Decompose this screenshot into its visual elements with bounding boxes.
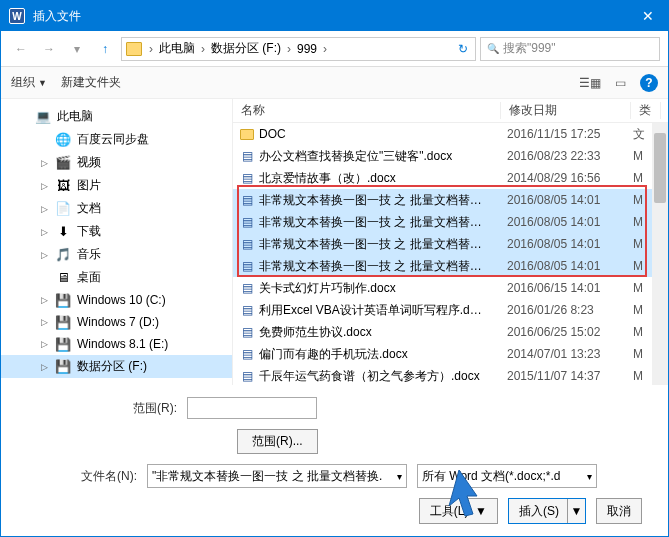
file-row[interactable]: ▤偏门而有趣的手机玩法.docx2014/07/01 13:23M bbox=[233, 343, 668, 365]
sidebar-item[interactable]: 🌐百度云同步盘 bbox=[1, 128, 232, 151]
file-row[interactable]: ▤免费师范生协议.docx2016/06/25 15:02M bbox=[233, 321, 668, 343]
crumb-folder[interactable]: 999 bbox=[294, 42, 320, 56]
range-button[interactable]: 范围(R)... bbox=[237, 429, 318, 454]
breadcrumb[interactable]: › 此电脑 › 数据分区 (F:) › 999 › ↻ bbox=[121, 37, 476, 61]
sidebar-item[interactable]: ▷📄文档 bbox=[1, 197, 232, 220]
history-dropdown[interactable]: ▾ bbox=[65, 37, 89, 61]
filetype-combo[interactable]: 所有 Word 文档(*.docx;*.d bbox=[417, 464, 597, 488]
file-row[interactable]: ▤关卡式幻灯片巧制作.docx2016/06/15 14:01M bbox=[233, 277, 668, 299]
sidebar-item[interactable]: ▷🎵音乐 bbox=[1, 243, 232, 266]
filename-label: 文件名(N): bbox=[17, 468, 147, 485]
sidebar-item[interactable]: 🖥桌面 bbox=[1, 266, 232, 289]
organize-button[interactable]: 组织 ▼ bbox=[11, 74, 47, 91]
file-row[interactable]: ▤利用Excel VBA设计英语单词听写程序.d…2016/01/26 8:23… bbox=[233, 299, 668, 321]
sidebar-item[interactable]: ▷🎬视频 bbox=[1, 151, 232, 174]
file-list-header: 名称 修改日期 类 bbox=[233, 99, 668, 123]
file-row[interactable]: DOC2016/11/15 17:25文 bbox=[233, 123, 668, 145]
close-button[interactable]: ✕ bbox=[628, 1, 668, 31]
sidebar-item[interactable]: ▷💾数据分区 (F:) bbox=[1, 355, 232, 378]
crumb-drive[interactable]: 数据分区 (F:) bbox=[208, 40, 284, 57]
filename-combo[interactable]: "非常规文本替换一图一技 之 批量文档替换. bbox=[147, 464, 407, 488]
help-button[interactable]: ? bbox=[640, 74, 658, 92]
column-name[interactable]: 名称 bbox=[233, 102, 501, 119]
newfolder-button[interactable]: 新建文件夹 bbox=[61, 74, 121, 91]
file-row[interactable]: ▤非常规文本替换一图一技 之 批量文档替…2016/08/05 14:01M bbox=[233, 211, 668, 233]
column-type[interactable]: 类 bbox=[631, 102, 661, 119]
file-row[interactable]: ▤非常规文本替换一图一技 之 批量文档替…2016/08/05 14:01M bbox=[233, 233, 668, 255]
insert-button[interactable]: 插入(S)▼ bbox=[508, 498, 586, 524]
cancel-button[interactable]: 取消 bbox=[596, 498, 642, 524]
range-label: 范围(R): bbox=[17, 400, 187, 417]
sidebar-item[interactable]: ▷💾Windows 8.1 (E:) bbox=[1, 333, 232, 355]
back-button[interactable]: ← bbox=[9, 37, 33, 61]
insert-dropdown[interactable]: ▼ bbox=[567, 499, 585, 523]
sidebar: 💻此电脑🌐百度云同步盘▷🎬视频▷🖼图片▷📄文档▷⬇下载▷🎵音乐🖥桌面▷💾Wind… bbox=[1, 99, 233, 385]
crumb-pc[interactable]: 此电脑 bbox=[156, 40, 198, 57]
file-row[interactable]: ▤千辰年运气药食谱（初之气参考方）.docx2015/11/07 14:37M bbox=[233, 365, 668, 383]
sidebar-item[interactable]: ▷💾Windows 7 (D:) bbox=[1, 311, 232, 333]
view-icon[interactable]: ☰▦ bbox=[580, 75, 600, 91]
word-app-icon: W bbox=[9, 8, 25, 24]
sidebar-item[interactable]: 💻此电脑 bbox=[1, 105, 232, 128]
tools-button[interactable]: 工具(L) ▼ bbox=[419, 498, 498, 524]
scrollbar-vertical[interactable] bbox=[652, 123, 668, 385]
refresh-button[interactable]: ↻ bbox=[455, 42, 471, 56]
file-row[interactable]: ▤非常规文本替换一图一技 之 批量文档替…2016/08/05 14:01M bbox=[233, 255, 668, 277]
file-row[interactable]: ▤办公文档查找替换定位"三键客".docx2016/08/23 22:33M bbox=[233, 145, 668, 167]
folder-icon bbox=[126, 42, 142, 56]
range-input[interactable] bbox=[187, 397, 317, 419]
up-button[interactable]: ↑ bbox=[93, 37, 117, 61]
sidebar-item[interactable]: ▷🖼图片 bbox=[1, 174, 232, 197]
sidebar-item[interactable]: ▷⬇下载 bbox=[1, 220, 232, 243]
search-input[interactable]: 搜索"999" bbox=[480, 37, 660, 61]
column-date[interactable]: 修改日期 bbox=[501, 102, 631, 119]
file-row[interactable]: ▤北京爱情故事（改）.docx2014/08/29 16:56M bbox=[233, 167, 668, 189]
file-row[interactable]: ▤非常规文本替换一图一技 之 批量文档替…2016/08/05 14:01M bbox=[233, 189, 668, 211]
sidebar-item[interactable]: ▷💾Windows 10 (C:) bbox=[1, 289, 232, 311]
forward-button[interactable]: → bbox=[37, 37, 61, 61]
window-title: 插入文件 bbox=[33, 8, 628, 25]
preview-icon[interactable]: ▭ bbox=[610, 75, 630, 91]
